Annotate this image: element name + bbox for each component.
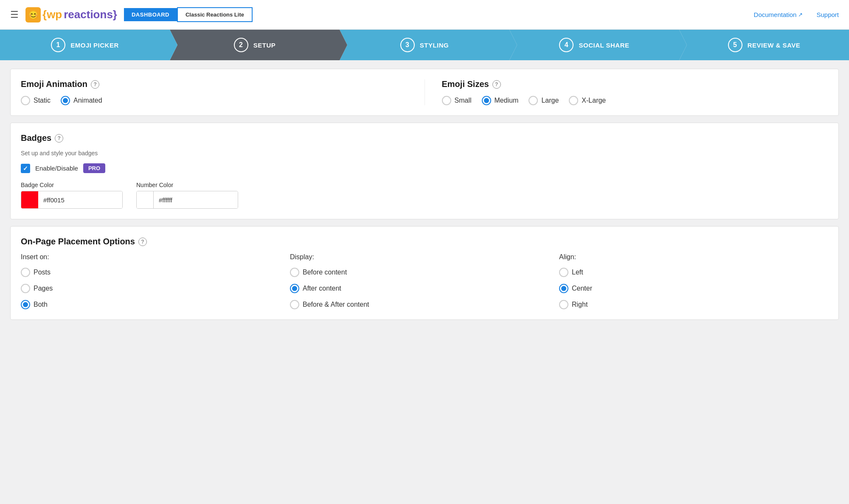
support-link[interactable]: Support: [816, 11, 839, 18]
align-title: Align:: [559, 253, 828, 261]
main-content: Emoji Animation ? Static Animated Emoji: [0, 60, 849, 335]
center-radio-dot: [561, 286, 566, 291]
emoji-sizes-help-icon[interactable]: ?: [492, 80, 501, 89]
left-radio[interactable]: [559, 268, 568, 277]
menu-icon[interactable]: ☰: [10, 9, 19, 20]
align-options: Left Center Right: [559, 268, 828, 309]
color-fields: Badge Color Number Color: [21, 182, 828, 209]
align-col: Align: Left Center Right: [559, 253, 828, 309]
logo-icon: 😊: [25, 7, 41, 22]
both-radio-dot: [23, 302, 28, 307]
animated-option[interactable]: Animated: [61, 96, 102, 105]
badge-color-swatch[interactable]: [21, 191, 38, 208]
animated-radio[interactable]: [61, 96, 70, 105]
badges-enable-checkbox[interactable]: ✓: [21, 164, 30, 173]
badges-help-icon[interactable]: ?: [55, 134, 63, 143]
number-color-label: Number Color: [136, 182, 238, 188]
left-label: Left: [572, 269, 583, 276]
small-size-option[interactable]: Small: [442, 96, 472, 105]
static-label: Static: [34, 97, 51, 104]
before-content-option[interactable]: Before content: [290, 268, 559, 277]
placement-title: On-Page Placement Options ?: [21, 237, 828, 246]
right-option[interactable]: Right: [559, 300, 828, 309]
logo-wp-text: {wp: [42, 8, 62, 21]
display-title: Display:: [290, 253, 559, 261]
both-radio[interactable]: [21, 300, 30, 309]
posts-option[interactable]: Posts: [21, 268, 290, 277]
center-radio[interactable]: [559, 284, 568, 293]
before-content-radio[interactable]: [290, 268, 299, 277]
center-label: Center: [572, 285, 592, 292]
wizard-step-1[interactable]: 1 EMOJI PICKER: [0, 30, 170, 60]
right-radio[interactable]: [559, 300, 568, 309]
both-label: Both: [34, 301, 48, 308]
before-after-content-radio[interactable]: [290, 300, 299, 309]
step-5-label: REVIEW & SAVE: [748, 42, 801, 49]
after-content-option[interactable]: After content: [290, 284, 559, 293]
medium-label: Medium: [495, 97, 519, 104]
placement-help-icon[interactable]: ?: [138, 238, 147, 246]
after-content-radio[interactable]: [290, 284, 299, 293]
wizard-step-5[interactable]: 5 REVIEW & SAVE: [679, 30, 849, 60]
step-5-num: 5: [728, 38, 742, 52]
emoji-animation-section: Emoji Animation ? Static Animated: [21, 79, 408, 105]
posts-label: Posts: [34, 269, 51, 276]
large-size-option[interactable]: Large: [529, 96, 559, 105]
placement-card: On-Page Placement Options ? Insert on: P…: [10, 226, 839, 320]
vertical-divider: [424, 79, 425, 105]
number-color-swatch[interactable]: [137, 191, 154, 208]
number-color-input-row: [136, 191, 238, 209]
header: ☰ 😊 {wp reactions} DASHBOARD Classic Rea…: [0, 0, 849, 30]
both-option[interactable]: Both: [21, 300, 290, 309]
pages-option[interactable]: Pages: [21, 284, 290, 293]
wizard-step-3[interactable]: 3 STYLING: [340, 30, 509, 60]
medium-size-option[interactable]: Medium: [482, 96, 519, 105]
xlarge-size-option[interactable]: X-Large: [569, 96, 606, 105]
step-2-num: 2: [234, 38, 248, 52]
small-radio[interactable]: [442, 96, 451, 105]
before-after-content-option[interactable]: Before & After content: [290, 300, 559, 309]
emoji-top-card: Emoji Animation ? Static Animated Emoji: [10, 69, 839, 116]
badges-enable-row: ✓ Enable/Disable PRO: [21, 163, 828, 173]
badges-card: Badges ? Set up and style your badges ✓ …: [10, 123, 839, 219]
posts-radio[interactable]: [21, 268, 30, 277]
step-4-label: SOCIAL SHARE: [579, 42, 629, 49]
badge-color-field: Badge Color: [21, 182, 123, 209]
badge-color-input[interactable]: [38, 191, 123, 208]
badges-enable-label: Enable/Disable: [35, 165, 78, 172]
logo: 😊 {wp reactions}: [25, 7, 117, 22]
large-radio[interactable]: [529, 96, 538, 105]
wizard-step-2[interactable]: 2 SETUP: [170, 30, 340, 60]
emoji-animation-help-icon[interactable]: ?: [91, 80, 99, 89]
center-option[interactable]: Center: [559, 284, 828, 293]
before-after-content-label: Before & After content: [303, 301, 369, 308]
large-label: Large: [541, 97, 559, 104]
medium-radio[interactable]: [482, 96, 491, 105]
wizard-steps: 1 EMOJI PICKER 2 SETUP 3 STYLING 4 SOCIA…: [0, 30, 849, 60]
dashboard-button[interactable]: DASHBOARD: [124, 8, 177, 21]
left-option[interactable]: Left: [559, 268, 828, 277]
animated-radio-dot: [63, 98, 68, 103]
number-color-input[interactable]: [154, 191, 238, 208]
step-3-num: 3: [400, 38, 415, 52]
classic-reactions-button[interactable]: Classic Reactions Lite: [177, 7, 253, 22]
xlarge-radio[interactable]: [569, 96, 578, 105]
documentation-link[interactable]: Documentation ↗: [754, 11, 803, 18]
number-color-field: Number Color: [136, 182, 238, 209]
static-radio[interactable]: [21, 96, 30, 105]
right-label: Right: [572, 301, 588, 308]
step-3-label: STYLING: [420, 42, 449, 49]
static-option[interactable]: Static: [21, 96, 51, 105]
after-content-label: After content: [303, 285, 341, 292]
pro-badge: PRO: [83, 163, 105, 173]
wizard-step-4[interactable]: 4 SOCIAL SHARE: [509, 30, 679, 60]
animated-label: Animated: [73, 97, 102, 104]
display-options: Before content After content Before & Af…: [290, 268, 559, 309]
emoji-sizes-options: Small Medium Large X-Large: [442, 96, 829, 105]
small-label: Small: [455, 97, 472, 104]
placement-grid: Insert on: Posts Pages Both: [21, 253, 828, 309]
pages-radio[interactable]: [21, 284, 30, 293]
before-content-label: Before content: [303, 269, 347, 276]
after-content-radio-dot: [292, 286, 297, 291]
header-right: Documentation ↗ Support: [754, 11, 839, 18]
